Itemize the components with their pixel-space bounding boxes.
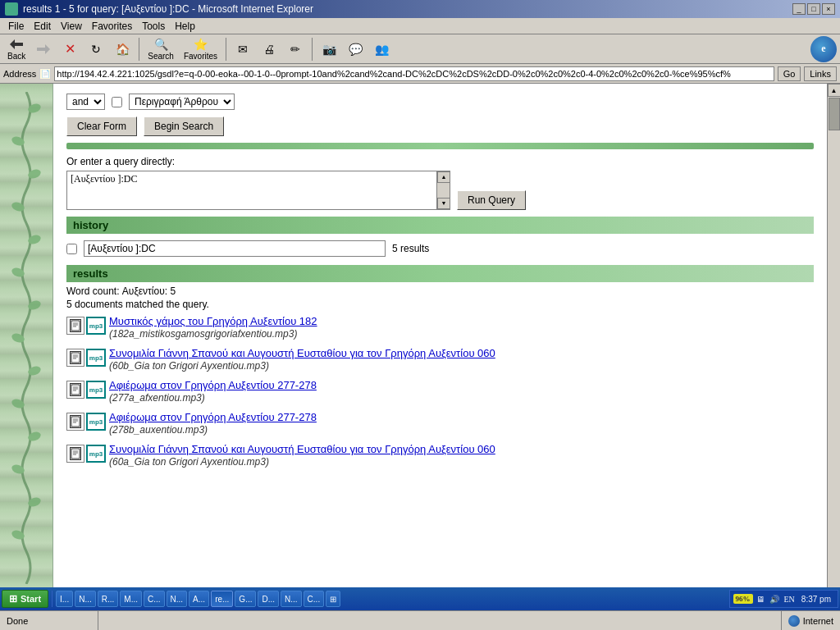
menu-file[interactable]: File: [3, 20, 29, 33]
menu-help[interactable]: Help: [170, 20, 200, 33]
doc-icon-2[interactable]: [66, 349, 84, 367]
taskbar-btn-11[interactable]: N...: [281, 591, 302, 607]
result-icons-4: mp3: [66, 413, 106, 431]
result-filename-3: (277a_afxentiou.mp3): [109, 392, 205, 404]
query-scroll-up[interactable]: ▲: [437, 171, 450, 183]
svg-rect-30: [71, 417, 80, 427]
query-input[interactable]: [67, 171, 436, 209]
taskbar-btn-5[interactable]: C...: [144, 591, 165, 607]
minimize-button[interactable]: _: [792, 3, 806, 15]
mail-button[interactable]: ✉: [231, 39, 255, 59]
maximize-button[interactable]: □: [807, 3, 820, 15]
address-bar: Address 📄 Go Links: [0, 64, 840, 84]
go-button[interactable]: Go: [778, 66, 801, 81]
menu-view[interactable]: View: [56, 20, 87, 33]
left-panel: [0, 84, 53, 610]
mp3-icon-2[interactable]: mp3: [86, 349, 106, 367]
edit-btn[interactable]: ✏: [283, 39, 308, 59]
tray-language-icon: EN: [783, 595, 797, 604]
taskbar-btn-13[interactable]: ⊞: [326, 591, 340, 607]
taskbar-btn-3[interactable]: R...: [98, 591, 119, 607]
doc-icon-1[interactable]: [66, 317, 84, 335]
history-checkbox[interactable]: [66, 244, 77, 254]
mp3-icon-4[interactable]: mp3: [86, 413, 106, 431]
discuss-button[interactable]: 💬: [343, 39, 368, 59]
result-text-2: Συνομιλία Γιάννη Σπανού και Αυγουστή Ευσ…: [109, 347, 814, 372]
search-button[interactable]: 🔍 Search: [144, 34, 178, 63]
begin-search-button[interactable]: Begin Search: [144, 116, 224, 136]
result-link-4[interactable]: Αφιέρωμα στον Γρηγόρη Αυξεντίου 277-278: [109, 411, 814, 423]
tray-volume-icon: 🔊: [768, 595, 781, 604]
content-inner: and Περιγραφή Άρθρου Clear Form Begin Se…: [53, 84, 827, 482]
result-link-3[interactable]: Αφιέρωμα στον Γρηγόρη Αυξεντίου 277-278: [109, 379, 814, 391]
result-link-2[interactable]: Συνομιλία Γιάννη Σπανού και Αυγουστή Ευσ…: [109, 347, 814, 359]
taskbar-btn-6[interactable]: N...: [167, 591, 188, 607]
mp3-icon-5[interactable]: mp3: [86, 445, 106, 463]
tray-network-icon: 🖥: [755, 595, 766, 604]
media-button[interactable]: 📷: [317, 39, 341, 59]
forward-button[interactable]: [31, 39, 56, 59]
doc-icon-4[interactable]: [66, 413, 84, 431]
scroll-track: [828, 97, 841, 597]
query-textarea-wrap: ▲ ▼: [66, 171, 450, 210]
window-controls[interactable]: _ □ ×: [792, 3, 835, 15]
main-vertical-scrollbar[interactable]: ▲ ▼: [827, 84, 840, 610]
close-button[interactable]: ×: [822, 3, 835, 15]
doc-icon-3[interactable]: [66, 381, 84, 399]
taskbar-btn-7[interactable]: A...: [189, 591, 209, 607]
messenger-button[interactable]: 👥: [369, 39, 394, 59]
taskbar-btn-1[interactable]: I...: [56, 591, 73, 607]
menu-favorites[interactable]: Favorites: [87, 20, 137, 33]
taskbar-btn-2[interactable]: N...: [75, 591, 96, 607]
taskbar: ⊞ Start I... N... R... M... C... N... A.…: [0, 587, 840, 610]
run-query-button[interactable]: Run Query: [457, 190, 526, 210]
svg-rect-1: [15, 43, 23, 46]
mp3-icon-1[interactable]: mp3: [86, 317, 106, 335]
home-button[interactable]: 🏠: [110, 39, 135, 59]
doc-icon-5[interactable]: [66, 445, 84, 463]
history-query-input[interactable]: [84, 240, 386, 257]
toolbar: Back ✕ ↻ 🏠 🔍 Search ⭐ Favorites ✉ 🖨 ✏ 📷: [0, 34, 840, 64]
scroll-up-arrow[interactable]: ▲: [828, 84, 841, 97]
docs-matched: 5 documents matched the query.: [66, 299, 814, 310]
result-link-1[interactable]: Μυστικός γάμος του Γρηγόρη Αυξεντίου 182: [109, 315, 814, 327]
menu-tools[interactable]: Tools: [137, 20, 170, 33]
taskbar-btn-9[interactable]: G...: [235, 591, 256, 607]
result-link-5[interactable]: Συνομιλία Γιάννη Σπανού και Αυγουστή Ευσ…: [109, 443, 814, 455]
clock: 8:37 pm: [798, 595, 834, 604]
menu-edit[interactable]: Edit: [29, 20, 56, 33]
taskbar-btn-12[interactable]: C...: [304, 591, 325, 607]
result-text-3: Αφιέρωμα στον Γρηγόρη Αυξεντίου 277-278 …: [109, 379, 814, 404]
address-input[interactable]: [54, 66, 774, 81]
result-item-3: mp3 Αφιέρωμα στον Γρηγόρη Αυξεντίου 277-…: [66, 379, 814, 404]
back-button[interactable]: Back: [3, 34, 30, 63]
print-button[interactable]: 🖨: [257, 39, 281, 59]
stop-button[interactable]: ✕: [57, 39, 82, 59]
taskbar-btn-8-active[interactable]: re...: [211, 591, 233, 607]
article-type-dropdown[interactable]: Περιγραφή Άρθρου: [129, 94, 235, 110]
checkbox-filter[interactable]: [112, 97, 122, 107]
svg-rect-26: [71, 385, 80, 395]
taskbar-tray: 96% 🖥 🔊 EN 8:37 pm: [729, 590, 838, 608]
taskbar-btn-4[interactable]: M...: [120, 591, 142, 607]
mp3-icon-3[interactable]: mp3: [86, 381, 106, 399]
history-count: 5 results: [392, 243, 429, 254]
and-dropdown[interactable]: and: [66, 94, 105, 110]
svg-marker-2: [45, 44, 50, 54]
content-area: and Περιγραφή Άρθρου Clear Form Begin Se…: [53, 84, 827, 610]
word-count: Word count: Αυξεντίου: 5: [66, 285, 814, 297]
doc-file-icon-4: [70, 415, 81, 428]
result-filename-2: (60b_Gia ton Grigori Ayxentiou.mp3): [109, 360, 269, 372]
toolbar-separator-2: [226, 38, 226, 61]
query-label: Or enter a query directly:: [66, 156, 814, 167]
favorites-button[interactable]: ⭐ Favorites: [180, 34, 221, 63]
links-button[interactable]: Links: [804, 66, 837, 81]
start-button[interactable]: ⊞ Start: [2, 590, 48, 608]
query-vertical-scrollbar[interactable]: ▲ ▼: [436, 171, 450, 209]
query-scroll-down[interactable]: ▼: [437, 198, 450, 209]
scroll-thumb[interactable]: [829, 98, 840, 130]
refresh-button[interactable]: ↻: [84, 39, 108, 59]
clear-form-button[interactable]: Clear Form: [66, 116, 137, 136]
toolbar-separator-3: [312, 38, 313, 61]
taskbar-btn-10[interactable]: D...: [258, 591, 279, 607]
